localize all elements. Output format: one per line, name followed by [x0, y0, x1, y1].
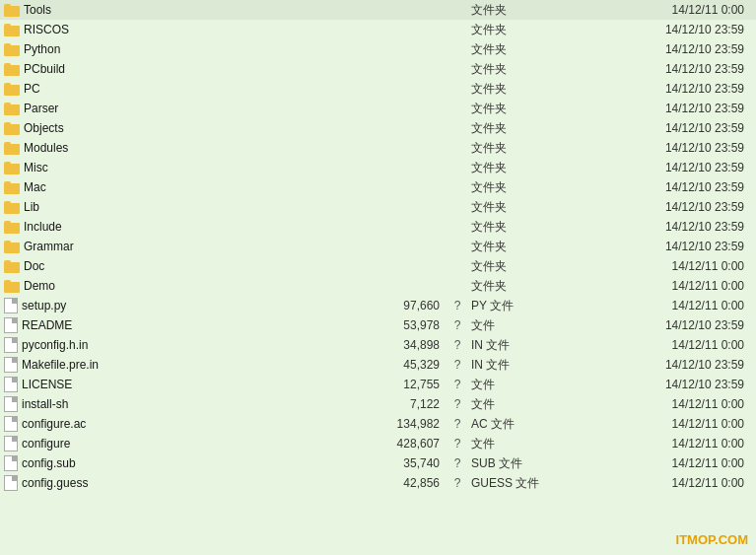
file-name-text: Include	[24, 220, 62, 234]
file-icon	[4, 317, 18, 333]
file-date: 14/12/10 23:59	[546, 220, 752, 234]
table-row[interactable]: Demo文件夹14/12/11 0:00	[0, 276, 756, 296]
table-row[interactable]: config.guess42,856?GUESS 文件14/12/11 0:00	[0, 473, 756, 493]
file-name: Mac	[4, 180, 369, 194]
file-size: 53,978	[369, 318, 447, 332]
file-type: 文件夹	[467, 140, 546, 157]
file-size: 428,607	[369, 437, 447, 451]
file-type: 文件夹	[467, 219, 546, 236]
folder-icon	[4, 201, 20, 214]
file-name: Modules	[4, 141, 369, 155]
file-size: 45,329	[369, 358, 447, 372]
table-row[interactable]: Parser文件夹14/12/10 23:59	[0, 99, 756, 118]
file-date: 14/12/11 0:00	[546, 3, 752, 17]
file-date: 14/12/10 23:59	[546, 200, 752, 214]
file-name-text: setup.py	[22, 299, 66, 312]
file-name: Grammar	[4, 240, 369, 253]
table-row[interactable]: Include文件夹14/12/10 23:59	[0, 217, 756, 237]
file-icon	[4, 377, 18, 392]
file-name: install-sh	[4, 396, 369, 412]
folder-icon	[4, 241, 20, 253]
table-row[interactable]: configure428,607?文件14/12/11 0:00	[0, 434, 756, 453]
table-row[interactable]: Grammar文件夹14/12/10 23:59	[0, 237, 756, 256]
file-type: GUESS 文件	[467, 475, 546, 492]
file-name: Doc	[4, 259, 369, 273]
folder-icon	[4, 122, 20, 135]
file-type: 文件夹	[467, 81, 546, 98]
file-name: LICENSE	[4, 377, 369, 392]
file-size: 42,856	[369, 476, 447, 490]
table-row[interactable]: setup.py97,660?PY 文件14/12/11 0:00	[0, 296, 756, 315]
file-name-text: config.guess	[22, 476, 88, 490]
table-row[interactable]: Mac文件夹14/12/10 23:59	[0, 177, 756, 197]
file-name: configure.ac	[4, 416, 369, 432]
file-size: 97,660	[369, 299, 447, 312]
file-name-text: Makefile.pre.in	[22, 358, 99, 372]
folder-icon	[4, 181, 20, 194]
file-date: 14/12/11 0:00	[546, 437, 752, 451]
file-date: 14/12/10 23:59	[546, 161, 752, 174]
file-name: Misc	[4, 161, 369, 174]
file-type: 文件夹	[467, 61, 546, 78]
file-name-text: Parser	[24, 102, 58, 115]
file-type: 文件夹	[467, 2, 546, 19]
file-date: 14/12/11 0:00	[546, 259, 752, 273]
table-row[interactable]: Makefile.pre.in45,329?IN 文件14/12/10 23:5…	[0, 355, 756, 375]
file-type: 文件夹	[467, 120, 546, 137]
file-name-text: PCbuild	[24, 62, 65, 76]
table-row[interactable]: Tools文件夹14/12/11 0:00	[0, 0, 756, 20]
file-name: pyconfig.h.in	[4, 337, 369, 353]
file-name-text: PC	[24, 82, 40, 96]
file-date: 14/12/10 23:59	[546, 378, 752, 391]
table-row[interactable]: PC文件夹14/12/10 23:59	[0, 79, 756, 99]
table-row[interactable]: README53,978?文件14/12/10 23:59	[0, 315, 756, 335]
table-row[interactable]: PCbuild文件夹14/12/10 23:59	[0, 59, 756, 79]
table-row[interactable]: RISCOS文件夹14/12/10 23:59	[0, 20, 756, 39]
table-row[interactable]: pyconfig.h.in34,898?IN 文件14/12/11 0:00	[0, 335, 756, 355]
table-row[interactable]: Misc文件夹14/12/10 23:59	[0, 158, 756, 177]
file-attr: ?	[447, 456, 467, 470]
folder-icon	[4, 221, 20, 234]
file-icon	[4, 357, 18, 373]
file-icon	[4, 396, 18, 412]
file-date: 14/12/11 0:00	[546, 417, 752, 431]
table-row[interactable]: Lib文件夹14/12/10 23:59	[0, 197, 756, 217]
file-icon	[4, 416, 18, 432]
table-row[interactable]: configure.ac134,982?AC 文件14/12/11 0:00	[0, 414, 756, 434]
file-type: 文件	[467, 396, 546, 413]
file-name-text: Doc	[24, 259, 44, 273]
file-attr: ?	[447, 476, 467, 490]
file-attr: ?	[447, 338, 467, 352]
file-type: 文件夹	[467, 258, 546, 275]
file-attr: ?	[447, 397, 467, 411]
file-name: README	[4, 317, 369, 333]
file-date: 14/12/11 0:00	[546, 397, 752, 411]
file-name: setup.py	[4, 298, 369, 313]
file-date: 14/12/10 23:59	[546, 121, 752, 135]
table-row[interactable]: Objects文件夹14/12/10 23:59	[0, 118, 756, 138]
table-row[interactable]: Python文件夹14/12/10 23:59	[0, 39, 756, 59]
file-name-text: Objects	[24, 121, 64, 135]
table-row[interactable]: Modules文件夹14/12/10 23:59	[0, 138, 756, 158]
file-name-text: README	[22, 318, 72, 332]
file-list: Tools文件夹14/12/11 0:00RISCOS文件夹14/12/10 2…	[0, 0, 756, 493]
folder-icon	[4, 83, 20, 96]
file-name-text: configure.ac	[22, 417, 86, 431]
table-row[interactable]: config.sub35,740?SUB 文件14/12/11 0:00	[0, 453, 756, 473]
file-name: config.guess	[4, 475, 369, 491]
table-row[interactable]: LICENSE12,755?文件14/12/10 23:59	[0, 375, 756, 394]
file-name-text: Python	[24, 42, 60, 56]
file-name: Demo	[4, 279, 369, 293]
folder-icon	[4, 24, 20, 36]
table-row[interactable]: Doc文件夹14/12/11 0:00	[0, 256, 756, 276]
file-type: 文件夹	[467, 22, 546, 38]
folder-icon	[4, 162, 20, 174]
file-name-text: Tools	[24, 3, 51, 17]
file-name-text: Lib	[24, 200, 39, 214]
folder-icon	[4, 63, 20, 76]
file-icon	[4, 436, 18, 451]
table-row[interactable]: install-sh7,122?文件14/12/11 0:00	[0, 394, 756, 414]
file-date: 14/12/11 0:00	[546, 279, 752, 293]
file-size: 35,740	[369, 456, 447, 470]
file-type: PY 文件	[467, 298, 546, 314]
